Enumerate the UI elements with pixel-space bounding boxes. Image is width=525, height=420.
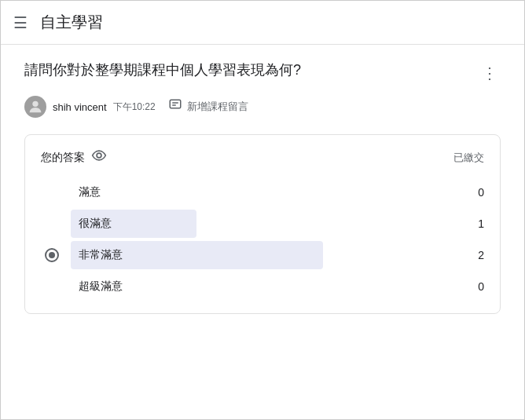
- option-row[interactable]: 超級滿意0: [41, 272, 484, 301]
- option-bar-bg: 滿意: [71, 178, 453, 206]
- answer-card: 您的答案 已繳交 滿意0很滿意1非常滿意2超級滿意0: [24, 134, 501, 314]
- option-bar-bg: 非常滿意: [71, 241, 453, 269]
- option-count: 0: [461, 280, 484, 293]
- avatar: [24, 96, 46, 118]
- timestamp: 下午10:22: [113, 100, 156, 114]
- option-bar-container: 非常滿意: [71, 241, 453, 269]
- more-options-icon[interactable]: ⋮: [479, 60, 501, 86]
- question-section: 請問你對於整學期課程中個人學習表現為何? ⋮ shih vincent 下午10…: [24, 60, 501, 119]
- option-row[interactable]: 非常滿意2: [41, 241, 484, 269]
- option-count: 2: [461, 249, 484, 261]
- option-count: 0: [461, 186, 484, 199]
- option-radio-area: [41, 248, 63, 262]
- answer-card-header: 您的答案 已繳交: [41, 148, 484, 167]
- menu-icon[interactable]: ☰: [13, 13, 28, 32]
- main-content: 請問你對於整學期課程中個人學習表現為何? ⋮ shih vincent 下午10…: [1, 45, 524, 330]
- comment-label: 新增課程留言: [187, 100, 248, 114]
- add-comment-button[interactable]: 新增課程留言: [162, 95, 255, 119]
- option-text: 很滿意: [71, 217, 119, 231]
- submitted-label: 已繳交: [453, 151, 484, 165]
- option-text: 非常滿意: [71, 248, 130, 262]
- answer-label-row: 您的答案: [41, 148, 107, 167]
- options-list: 滿意0很滿意1非常滿意2超級滿意0: [41, 178, 484, 301]
- option-row[interactable]: 滿意0: [41, 178, 484, 206]
- option-bar-bg: 很滿意: [71, 210, 453, 238]
- option-row[interactable]: 很滿意1: [41, 210, 484, 238]
- user-name: shih vincent: [53, 101, 107, 113]
- svg-point-5: [97, 153, 101, 158]
- option-bar-container: 滿意: [71, 178, 453, 206]
- user-info-row: shih vincent 下午10:22 新增課程留言: [24, 95, 501, 119]
- svg-rect-2: [170, 100, 181, 108]
- question-text: 請問你對於整學期課程中個人學習表現為何?: [24, 60, 472, 79]
- question-header: 請問你對於整學期課程中個人學習表現為何? ⋮: [24, 60, 501, 86]
- option-text: 滿意: [71, 185, 108, 199]
- visibility-icon[interactable]: [91, 148, 107, 167]
- app-header: ☰ 自主學習: [1, 1, 524, 45]
- option-bar-bg: 超級滿意: [71, 272, 453, 301]
- app-title: 自主學習: [40, 12, 103, 33]
- comment-icon: [168, 98, 182, 115]
- option-text: 超級滿意: [71, 279, 130, 294]
- option-bar-container: 超級滿意: [71, 272, 453, 301]
- option-count: 1: [461, 217, 484, 230]
- option-radio-selected: [45, 248, 59, 262]
- answer-label: 您的答案: [41, 151, 85, 165]
- option-bar-container: 很滿意: [71, 210, 453, 238]
